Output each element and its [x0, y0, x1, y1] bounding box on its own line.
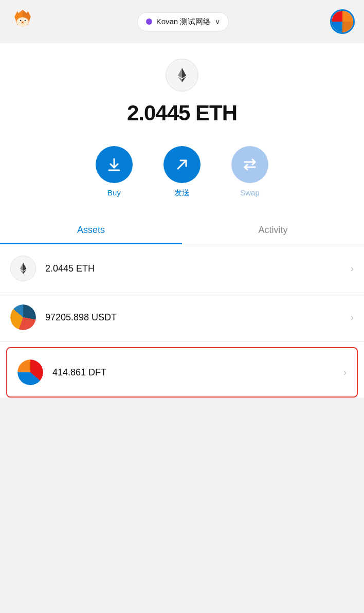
usdt-asset-icon — [10, 304, 36, 330]
usdt-asset-amount: 97205.898 USDT — [45, 312, 117, 323]
swap-action-group[interactable]: Swap — [231, 146, 268, 198]
send-label: 发送 — [174, 188, 190, 198]
svg-line-17 — [178, 160, 186, 169]
svg-point-9 — [25, 20, 26, 21]
eth-asset-icon — [10, 256, 36, 281]
app-header: Kovan 测试网络 ∨ — [0, 0, 364, 43]
metamask-logo — [9, 7, 36, 36]
account-avatar[interactable] — [330, 9, 355, 34]
dft-icon-circle — [17, 359, 43, 385]
swap-icon — [242, 157, 258, 172]
ethereum-icon — [173, 66, 191, 84]
svg-marker-19 — [23, 263, 26, 271]
network-name: Kovan 测试网络 — [156, 17, 211, 27]
balance-section: 2.0445 ETH — [0, 92, 364, 141]
svg-point-8 — [20, 20, 22, 21]
action-buttons: Buy 发送 Swap — [0, 141, 364, 217]
buy-action-group[interactable]: Buy — [96, 146, 133, 198]
swap-label: Swap — [240, 188, 260, 197]
main-content: 2.0445 ETH Buy 发送 — [0, 43, 364, 398]
dft-asset-icon — [17, 359, 43, 385]
asset-list: 2.0445 ETH › 97205.898 USDT › 414.861 DF… — [0, 244, 364, 398]
send-action-group[interactable]: 发送 — [163, 146, 201, 198]
eth-logo-circle — [166, 59, 198, 92]
chevron-right-icon-3: › — [343, 367, 347, 378]
send-button[interactable] — [163, 146, 201, 183]
buy-button[interactable] — [96, 146, 133, 183]
swap-button[interactable] — [231, 146, 268, 183]
eth-asset-amount: 2.0445 ETH — [45, 263, 95, 274]
main-tabs: Assets Activity — [0, 217, 364, 244]
chevron-down-icon: ∨ — [215, 17, 220, 26]
avatar-colorful — [332, 11, 353, 32]
dft-asset-amount: 414.861 DFT — [52, 367, 106, 378]
network-status-dot — [146, 19, 152, 25]
tab-activity[interactable]: Activity — [182, 217, 364, 244]
eth-icon-wrapper — [0, 43, 364, 92]
asset-item-eth[interactable]: 2.0445 ETH › — [0, 244, 364, 293]
usdt-icon-circle — [10, 304, 36, 330]
buy-label: Buy — [107, 188, 121, 197]
balance-amount: 2.0445 ETH — [127, 101, 237, 125]
chevron-right-icon-2: › — [351, 312, 354, 323]
chevron-right-icon: › — [351, 263, 354, 274]
network-selector[interactable]: Kovan 测试网络 ∨ — [137, 12, 229, 31]
tab-assets[interactable]: Assets — [0, 217, 182, 244]
download-icon — [106, 157, 122, 172]
asset-item-usdt[interactable]: 97205.898 USDT › — [0, 293, 364, 342]
send-icon — [174, 157, 190, 172]
asset-item-dft[interactable]: 414.861 DFT › — [6, 347, 358, 398]
svg-marker-13 — [182, 68, 186, 78]
eth-small-icon — [16, 261, 30, 276]
